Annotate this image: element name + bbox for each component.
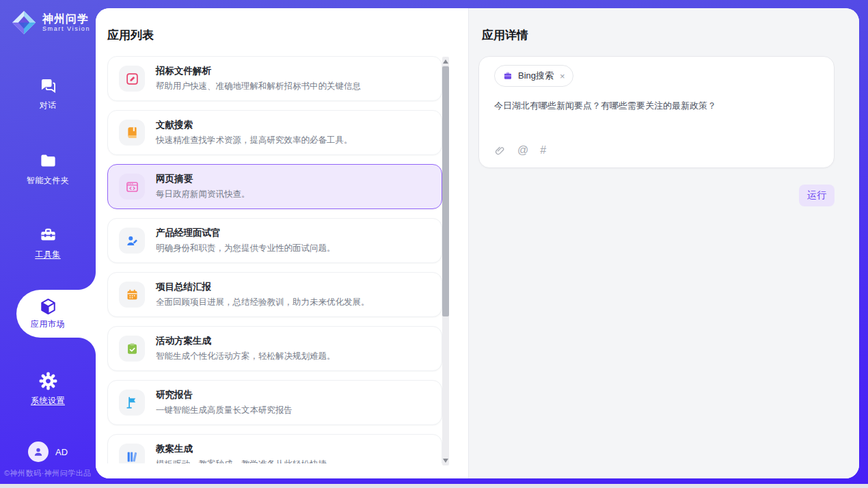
clipboard-check-icon (125, 342, 139, 356)
app-name: 活动方案生成 (156, 335, 336, 347)
run-button[interactable]: 运行 (799, 185, 835, 206)
app-name: 网页摘要 (156, 173, 250, 185)
briefcase-icon (502, 70, 513, 81)
logo-subtitle: Smart Vision (42, 25, 90, 32)
sidebar: 神州问学 Smart Vision 对话 智能文件夹 (0, 0, 96, 484)
copyright-credit: ©神州数码·神州问学出品 (4, 468, 92, 478)
app-icon-chip (119, 66, 145, 92)
app-card-project-summary[interactable]: 项目总结汇报 全面回顾项目进展，总结经验教训，助力未来优化发展。 (107, 272, 442, 317)
interviewer-icon (125, 234, 139, 248)
app-description: 帮助用户快速、准确地理解和解析招标书中的关键信息 (156, 81, 361, 92)
app-card-literature-search[interactable]: 文献搜索 快速精准查找学术资源，提高研究效率的必备工具。 (107, 110, 442, 155)
sidebar-item-label: 系统设置 (31, 395, 65, 407)
app-icon-chip (119, 228, 145, 254)
tag-close-icon[interactable]: × (560, 71, 565, 81)
app-icon-chip (119, 120, 145, 146)
app-icon-chip (119, 444, 145, 463)
sidebar-item-toolset[interactable]: 工具集 (0, 226, 96, 260)
mention-icon[interactable]: @ (517, 144, 528, 157)
app-description: 智能生成个性化活动方案，轻松解决规划难题。 (156, 351, 336, 362)
avatar (28, 442, 49, 462)
chat-icon (39, 77, 57, 95)
sidebar-item-label: 工具集 (35, 249, 61, 260)
app-icon-chip (119, 282, 145, 308)
app-detail-title: 应用详情 (482, 27, 528, 43)
tag-label: Bing搜索 (518, 70, 554, 82)
app-card-research-report[interactable]: 研究报告 一键智能生成高质量长文本研究报告 (107, 380, 442, 425)
app-description: 模板驱动，教案秒成，教学准备从此轻松快捷 (156, 459, 327, 463)
app-card-pm-interviewer[interactable]: 产品经理面试官 明确身份和职责，为您提供专业性的面试问题。 (107, 218, 442, 263)
sidebar-item-label: 智能文件夹 (27, 175, 70, 187)
user-account[interactable]: AD (0, 442, 96, 462)
app-card-list: 招标文件解析 帮助用户快速、准确地理解和解析招标书中的关键信息 文献搜索 (107, 56, 442, 463)
app-card-lesson-plan[interactable]: 教案生成 模板驱动，教案秒成，教学准备从此轻松快捷 (107, 434, 442, 463)
folder-icon (39, 152, 57, 170)
app-name: 项目总结汇报 (156, 281, 370, 293)
app-description: 快速精准查找学术资源，提高研究效率的必备工具。 (156, 135, 353, 146)
app-icon-chip (119, 174, 145, 200)
prompt-toolbar: @ # (494, 144, 546, 157)
scrollbar-thumb[interactable] (442, 66, 449, 316)
sidebar-item-app-market[interactable]: 应用市场 (16, 290, 96, 338)
prompt-input[interactable]: 今日湖北有哪些新闻要点？有哪些需要关注的最新政策？ (494, 99, 819, 112)
document-edit-icon (125, 72, 139, 86)
app-icon-chip (119, 336, 145, 362)
app-name: 产品经理面试官 (156, 227, 336, 239)
sidebar-item-label: 应用市场 (31, 318, 65, 330)
report-flag-icon (125, 396, 139, 410)
app-name: 研究报告 (156, 389, 293, 401)
app-description: 明确身份和职责，为您提供专业性的面试问题。 (156, 243, 336, 254)
sidebar-item-settings[interactable]: 系统设置 (0, 372, 96, 407)
app-card-event-plan[interactable]: 活动方案生成 智能生成个性化活动方案，轻松解决规划难题。 (107, 326, 442, 371)
hash-icon[interactable]: # (540, 144, 546, 157)
app-list-title: 应用列表 (107, 27, 154, 43)
app-icon-chip (119, 390, 145, 416)
prompt-card[interactable]: Bing搜索 × 今日湖北有哪些新闻要点？有哪些需要关注的最新政策？ @ # (478, 56, 835, 168)
app-name: 教案生成 (156, 443, 327, 455)
tool-tag-bing-search[interactable]: Bing搜索 × (494, 65, 573, 87)
paperclip-icon[interactable] (494, 145, 506, 157)
cube-icon (39, 297, 57, 316)
user-name: AD (55, 447, 68, 457)
app-card-web-summary[interactable]: 网页摘要 每日政府新闻资讯快查。 (107, 164, 442, 209)
sidebar-item-smart-folder[interactable]: 智能文件夹 (0, 152, 96, 187)
logo-diamond-icon (11, 10, 37, 36)
calendar-icon (125, 288, 139, 302)
web-code-icon (125, 180, 139, 194)
app-detail-pane: 应用详情 Bing搜索 × 今日湖北有哪些新闻要点？有哪些需要关注的最新政策？ (469, 8, 859, 478)
main-panel: 应用列表 招标文件解析 帮助用户快速、准确地理解和解析招标书中的关键信息 (96, 8, 859, 478)
app-logo: 神州问学 Smart Vision (11, 10, 90, 36)
app-list-scrollbar[interactable] (442, 57, 449, 465)
app-card-tender-analysis[interactable]: 招标文件解析 帮助用户快速、准确地理解和解析招标书中的关键信息 (107, 56, 442, 101)
app-name: 文献搜索 (156, 119, 353, 131)
logo-title: 神州问学 (42, 13, 90, 25)
scroll-up-icon[interactable] (443, 59, 448, 64)
person-icon (32, 446, 44, 458)
books-icon (125, 450, 139, 464)
app-description: 一键智能生成高质量长文本研究报告 (156, 405, 293, 416)
app-name: 招标文件解析 (156, 65, 361, 77)
toolbox-icon (39, 226, 57, 244)
gear-icon (39, 372, 57, 390)
app-description: 每日政府新闻资讯快查。 (156, 189, 250, 200)
sidebar-item-chat[interactable]: 对话 (0, 77, 96, 111)
app-background: 神州问学 Smart Vision 对话 智能文件夹 (0, 0, 868, 484)
app-description: 全面回顾项目进展，总结经验教训，助力未来优化发展。 (156, 297, 370, 308)
app-list-pane: 应用列表 招标文件解析 帮助用户快速、准确地理解和解析招标书中的关键信息 (96, 8, 469, 478)
sidebar-item-label: 对话 (40, 100, 57, 111)
scroll-down-icon[interactable] (443, 459, 448, 463)
book-icon (125, 126, 139, 140)
